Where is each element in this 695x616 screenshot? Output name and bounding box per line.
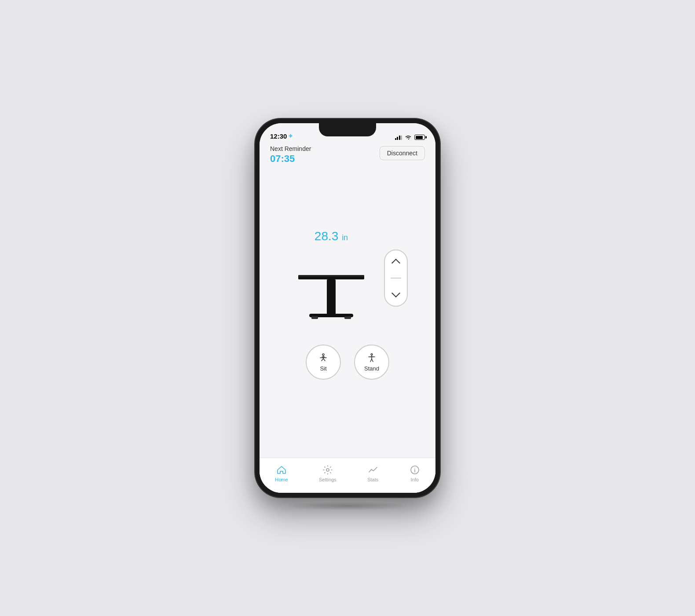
desk-container: 28.3 in bbox=[287, 229, 408, 327]
status-time: 12:30 ✈ bbox=[270, 132, 293, 140]
time-display: 12:30 bbox=[270, 132, 287, 140]
sit-label: Sit bbox=[320, 365, 326, 372]
tab-info[interactable]: Info bbox=[404, 462, 425, 485]
svg-rect-1 bbox=[298, 275, 364, 277]
stand-label: Stand bbox=[364, 365, 379, 372]
svg-line-8 bbox=[322, 359, 323, 361]
stats-icon bbox=[368, 465, 378, 475]
preset-buttons: Sit Stand bbox=[306, 345, 389, 380]
desk-illustration bbox=[287, 248, 375, 327]
stand-icon bbox=[366, 353, 377, 363]
sit-button[interactable]: Sit bbox=[306, 345, 341, 380]
sit-icon bbox=[318, 353, 329, 363]
location-icon: ✈ bbox=[289, 133, 293, 139]
disconnect-button[interactable]: Disconnect bbox=[380, 146, 425, 160]
desk-visual: 28.3 in bbox=[287, 229, 375, 327]
chevron-up-icon bbox=[393, 259, 399, 265]
svg-rect-4 bbox=[311, 316, 318, 319]
phone-notch bbox=[319, 123, 376, 136]
controller-divider bbox=[391, 278, 401, 279]
desk-height-display: 28.3 in bbox=[315, 229, 348, 243]
reminder-section: Next Reminder 07:35 bbox=[270, 145, 311, 165]
svg-line-15 bbox=[372, 359, 373, 362]
height-up-button[interactable] bbox=[388, 254, 404, 270]
tab-home-label: Home bbox=[275, 477, 288, 482]
battery-icon bbox=[414, 135, 425, 140]
svg-rect-2 bbox=[327, 279, 336, 315]
height-controller bbox=[384, 249, 408, 307]
status-icons bbox=[395, 135, 425, 140]
tab-stats-label: Stats bbox=[367, 477, 378, 482]
tab-home[interactable]: Home bbox=[270, 462, 293, 485]
reminder-time: 07:35 bbox=[270, 153, 311, 165]
svg-line-14 bbox=[370, 359, 372, 362]
info-icon bbox=[410, 465, 420, 475]
phone-screen: 12:30 ✈ bbox=[260, 123, 435, 493]
home-icon bbox=[276, 465, 287, 475]
settings-icon bbox=[322, 465, 333, 475]
phone-frame: 12:30 ✈ bbox=[255, 119, 440, 497]
svg-rect-5 bbox=[344, 316, 351, 319]
app-screen: 12:30 ✈ bbox=[260, 123, 435, 493]
height-down-button[interactable] bbox=[388, 286, 404, 302]
phone-shadow bbox=[286, 502, 409, 510]
tab-stats[interactable]: Stats bbox=[362, 462, 384, 485]
svg-point-18 bbox=[326, 469, 329, 471]
desk-height-value: 28.3 bbox=[315, 229, 339, 243]
desk-height-unit: in bbox=[342, 233, 348, 242]
tab-bar: Home Settings Stats bbox=[260, 458, 435, 493]
tab-settings[interactable]: Settings bbox=[314, 462, 342, 485]
stand-button[interactable]: Stand bbox=[354, 345, 389, 380]
tab-settings-label: Settings bbox=[319, 477, 337, 482]
wifi-icon bbox=[405, 135, 412, 140]
svg-line-9 bbox=[323, 359, 325, 361]
main-area: 28.3 in bbox=[260, 169, 435, 458]
signal-icon bbox=[395, 135, 402, 140]
chevron-down-icon bbox=[393, 291, 399, 297]
svg-point-21 bbox=[414, 468, 415, 469]
tab-info-label: Info bbox=[411, 477, 419, 482]
reminder-label: Next Reminder bbox=[270, 145, 311, 152]
